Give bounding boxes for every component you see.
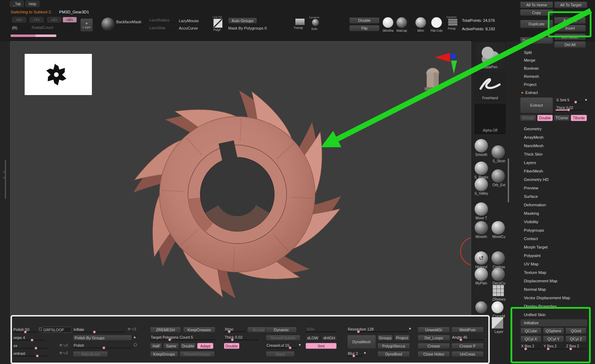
brush-icon[interactable] [475, 301, 487, 313]
polish-by-groups-button[interactable]: Polish By Groups [73, 335, 132, 341]
section-contact[interactable]: Contact [520, 235, 587, 243]
polish-features-slider[interactable]: Polish [73, 343, 132, 349]
half-button[interactable]: Half [150, 343, 162, 349]
tray-collapse-chevron[interactable]: › [3, 175, 5, 180]
section-display-properties[interactable]: Display Properties [520, 302, 587, 310]
duplicate-button[interactable]: Duplicate [520, 20, 553, 28]
brush-maskpen[interactable]: MaskPen [475, 42, 506, 70]
section-preview[interactable]: Preview [520, 184, 587, 192]
blinn-material-icon[interactable] [415, 17, 426, 28]
keep-groups-button[interactable]: KeepGroups [150, 351, 178, 357]
section-layers[interactable]: Layers [520, 159, 587, 167]
same-button[interactable]: Same [163, 343, 179, 349]
close-holes-button[interactable]: Close Holes [418, 351, 450, 357]
sym-z-button[interactable]: >Z< [47, 17, 61, 23]
slider-handle[interactable] [228, 330, 231, 333]
extract-tborder-button[interactable]: TBorde [571, 115, 587, 121]
slider-handle[interactable] [569, 347, 572, 350]
section-texture-map[interactable]: Texture Map [520, 269, 587, 276]
dynamesh-button[interactable]: DynaMesh [347, 335, 376, 349]
brush-mypaint[interactable] [475, 268, 488, 281]
inflate-slider[interactable]: Inflate [73, 327, 126, 333]
brush-decocurve[interactable] [491, 268, 505, 281]
brush-s-stron[interactable] [491, 145, 505, 159]
current-material-sphere-icon[interactable] [101, 18, 115, 31]
brush-movecu[interactable] [491, 221, 505, 234]
blur-slider[interactable]: Blur 2 [347, 351, 363, 357]
history-recall-icon[interactable]: ↺ [475, 251, 488, 265]
menu-remesh[interactable]: Remesh [520, 73, 587, 80]
polish-slider[interactable]: Polish 50 [13, 327, 37, 333]
slider-handle[interactable] [231, 338, 234, 341]
s-smt-slider[interactable]: S Smt 5 [556, 98, 583, 103]
keep-creases-button[interactable]: KeepCreases [183, 327, 215, 333]
z-res-slider[interactable]: Z Res 2 [565, 344, 587, 350]
section-polypaint[interactable]: Polypaint [520, 252, 587, 259]
lazy-mouse-button[interactable]: LazyMouse [179, 19, 199, 23]
slider-handle[interactable] [24, 331, 27, 333]
mask-by-polygroups-slider[interactable]: Mask By Polygroups 0 [228, 26, 267, 30]
backface-mask-button[interactable]: BackfaceMask [116, 20, 142, 24]
sym-m-button[interactable]: >M< [63, 17, 77, 23]
flat-color-material-icon[interactable] [431, 17, 442, 28]
brush-move-topological[interactable] [475, 202, 488, 216]
thick-slider[interactable]: Thick 0.02 [224, 335, 258, 340]
section-polygroups[interactable]: Polygroups [520, 226, 587, 234]
extract-double-button[interactable]: Double [537, 115, 553, 121]
slider-handle[interactable] [524, 347, 527, 350]
brush-layer-icon[interactable] [491, 317, 503, 329]
sym-x-button[interactable]: >X< [12, 17, 26, 23]
dhigh-button[interactable]: dHIGH [321, 335, 337, 341]
dlow-button[interactable]: dLOW [306, 335, 320, 341]
extract-tcorner-button[interactable]: TCorne [554, 115, 570, 121]
polygroups-stencil-button[interactable]: PolygrStecca [377, 343, 410, 349]
gear-model[interactable] [125, 82, 350, 307]
slider-handle[interactable] [36, 354, 39, 357]
section-thick-skin[interactable]: Thick Skin [520, 150, 587, 158]
unweld-groups-button[interactable]: UnweldGr [418, 327, 450, 333]
section-unified-skin[interactable]: Unified Skin [520, 311, 587, 319]
lazy-radius-slider[interactable]: LazyRadius [149, 18, 175, 23]
slider-handle[interactable] [352, 354, 355, 357]
help-menu[interactable]: Help [25, 1, 39, 7]
nav-gizmo-area[interactable] [412, 49, 471, 105]
qcyl-y-button[interactable]: QCyl Y [543, 335, 564, 342]
sdiv-slider[interactable]: SDiv [306, 327, 336, 332]
slider-handle[interactable] [357, 330, 360, 333]
slider-handle[interactable] [574, 101, 577, 103]
x-res-slider[interactable]: X Res 2 [520, 344, 541, 350]
del-loops-button[interactable]: Del_Loops [418, 335, 450, 341]
brush-orb-ext[interactable] [491, 169, 505, 183]
menu-merge[interactable]: Merge [520, 56, 587, 64]
dynamic-button[interactable]: Dynamic [266, 327, 297, 333]
adjust-last-button[interactable]: AdjustLast [73, 351, 108, 357]
y-res-slider[interactable]: Y Res 2 [543, 344, 564, 350]
copy-tool-button[interactable]: Copy [520, 9, 553, 16]
section-arraymesh[interactable]: ArrayMesh [520, 133, 587, 141]
smooth-subdiv-button[interactable]: SmoothSubdiv [266, 335, 300, 341]
alpha-off-selector[interactable]: Alpha Off [475, 104, 506, 134]
target-polygons-slider[interactable]: Target Polygons Count 5 [150, 335, 215, 340]
matcap-material-icon[interactable] [396, 17, 407, 28]
slider-handle[interactable] [102, 346, 105, 349]
slider-handle[interactable] [459, 338, 462, 341]
apply-button[interactable]: Apply [266, 351, 295, 357]
gizmo-y-axis-icon[interactable] [451, 61, 457, 74]
section-fibermesh[interactable]: FiberMesh [520, 167, 587, 175]
section-surface[interactable]: Surface [520, 193, 587, 200]
double-sided-button[interactable]: Double [224, 343, 239, 349]
qsphere-button[interactable]: QSphere [543, 327, 564, 334]
slider-handle[interactable] [289, 346, 292, 349]
extract-thick-slider[interactable]: Thick 0.02 [556, 105, 583, 111]
del-other-button[interactable]: Del Other [554, 33, 586, 40]
smt-button[interactable]: Smt [306, 343, 337, 349]
section-geometry[interactable]: Geometry [520, 125, 587, 133]
perspective-icon[interactable] [448, 19, 458, 26]
smooth-groups-button[interactable]: SmoothGroups [180, 351, 215, 357]
dynobool-button[interactable]: DynoBool [377, 351, 410, 357]
delete-button[interactable]: Delete [520, 37, 553, 44]
auto-groups-button[interactable]: Auto Groups [228, 18, 257, 24]
del-all-button[interactable]: Del All [554, 41, 586, 48]
tray-expand-chevron[interactable]: ‹ [3, 169, 5, 174]
slider-handle[interactable] [547, 347, 550, 350]
